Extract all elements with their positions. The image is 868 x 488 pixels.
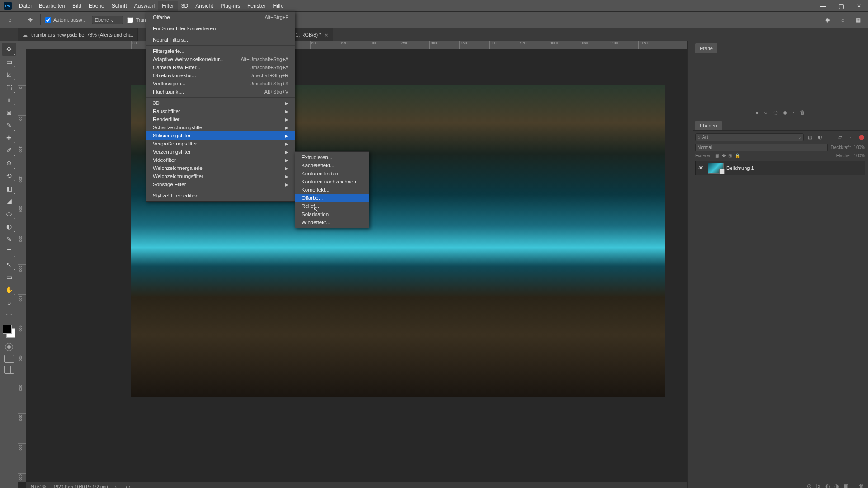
hand-tool[interactable]: ✋ bbox=[2, 283, 16, 296]
menu-schrift[interactable]: Schrift bbox=[108, 1, 131, 11]
menu-item-sonstige filter[interactable]: Sonstige Filter▶ bbox=[146, 180, 295, 188]
move-tool[interactable]: ✥ bbox=[2, 43, 16, 56]
menu-item-weichzeichnungsfilter[interactable]: Weichzeichnungsfilter▶ bbox=[146, 172, 295, 180]
document-info[interactable]: 1920 Px x 1080 Px (72 ppi) bbox=[53, 484, 108, 488]
path-selection-tool[interactable]: ↖ bbox=[2, 258, 16, 271]
vertical-ruler[interactable]: 050100150200250300350400450500550600650 bbox=[18, 49, 26, 482]
menu-item[interactable]: Objektivkorrektur...Umschalt+Strg+R bbox=[146, 71, 295, 80]
filter-smart-icon[interactable]: ▫ bbox=[846, 134, 854, 141]
layer-mask-icon[interactable]: ◐ bbox=[825, 483, 830, 488]
menu-item-filter-gallery[interactable]: Filtergalerie... bbox=[146, 47, 295, 55]
zoom-level[interactable]: 60,61% bbox=[31, 484, 46, 488]
menu-item-last-filter[interactable]: ÖlfarbeAlt+Strg+F bbox=[146, 13, 295, 21]
brush-tool[interactable]: ✐ bbox=[2, 144, 16, 157]
tab-layers[interactable]: Ebenen bbox=[695, 121, 722, 130]
filter-shape-icon[interactable]: ▱ bbox=[836, 134, 844, 141]
selection-tool[interactable]: ⬚ bbox=[2, 81, 16, 94]
menu-item-scharfzeichnungsfilter[interactable]: Scharfzeichnungsfilter▶ bbox=[146, 123, 295, 131]
home-icon[interactable]: ⌂ bbox=[5, 14, 15, 25]
menu-item[interactable]: Camera Raw-Filter...Umschalt+Strg+A bbox=[146, 63, 295, 71]
submenu-item[interactable]: Kacheleffekt... bbox=[295, 161, 369, 169]
canvas[interactable] bbox=[26, 49, 687, 482]
menu-item-videofilter[interactable]: Videofilter▶ bbox=[146, 156, 295, 164]
shape-tool[interactable]: ▭ bbox=[2, 271, 16, 283]
filter-adjust-icon[interactable]: ◐ bbox=[816, 134, 824, 141]
auto-select-input[interactable] bbox=[45, 17, 51, 23]
menu-auswahl[interactable]: Auswahl bbox=[131, 1, 158, 11]
foreground-color[interactable] bbox=[3, 325, 12, 334]
fill-value[interactable]: 100% bbox=[854, 153, 865, 158]
menu-3d[interactable]: 3D bbox=[178, 1, 192, 11]
zoom-tool[interactable]: ⌕ bbox=[2, 296, 16, 309]
new-path-icon[interactable]: ▫ bbox=[793, 109, 794, 116]
frame-tool[interactable]: ⊠ bbox=[2, 106, 16, 119]
menu-datei[interactable]: Datei bbox=[15, 1, 35, 11]
search-icon[interactable]: ⌕ bbox=[837, 14, 848, 25]
submenu-item[interactable]: Konturen finden bbox=[295, 169, 369, 178]
menu-item-stilisierungsfilter[interactable]: Stilisierungsfilter▶ bbox=[146, 131, 295, 140]
submenu-item[interactable]: Extrudieren... bbox=[295, 153, 369, 161]
lock-pixels-icon[interactable]: ▦ bbox=[715, 153, 719, 158]
horizontal-ruler[interactable]: 3003504004505005506006507007508008509009… bbox=[26, 41, 687, 49]
layer-group-icon[interactable]: ▣ bbox=[843, 483, 848, 488]
selection-path-icon[interactable]: ◌ bbox=[773, 109, 778, 116]
menu-item-verzerrungsfilter[interactable]: Verzerrungsfilter▶ bbox=[146, 148, 295, 156]
submenu-item[interactable]: Korneffekt... bbox=[295, 186, 369, 194]
color-swatches[interactable] bbox=[2, 324, 16, 338]
collapsed-panel-strip[interactable] bbox=[687, 41, 693, 488]
submenu-item[interactable]: Ölfarbe... bbox=[295, 194, 369, 202]
menu-item-neural[interactable]: Neural Filters... bbox=[146, 36, 295, 44]
lock-position-icon[interactable]: ✥ bbox=[722, 153, 726, 158]
quick-mask-toggle[interactable] bbox=[5, 343, 13, 351]
timeline-prev-icon[interactable]: ‹ bbox=[126, 484, 127, 488]
crop-tool[interactable]: ⌗ bbox=[2, 94, 16, 106]
filter-toggle[interactable]: ⬤ bbox=[858, 134, 865, 141]
pen-tool[interactable]: ✎ bbox=[2, 233, 16, 245]
stamp-tool[interactable]: ⊛ bbox=[2, 157, 16, 169]
blur-tool[interactable]: ⬭ bbox=[2, 207, 16, 220]
history-brush-tool[interactable]: ⟲ bbox=[2, 169, 16, 182]
marquee-tool[interactable]: ▭ bbox=[2, 56, 16, 68]
type-tool[interactable]: T bbox=[2, 245, 16, 258]
submenu-item[interactable]: Relief... bbox=[295, 202, 369, 210]
menu-item-weichzeichnergalerie[interactable]: Weichzeichnergalerie▶ bbox=[146, 164, 295, 172]
opacity-value[interactable]: 100% bbox=[854, 145, 865, 150]
menu-item-smart-convert[interactable]: Für Smartfilter konvertieren bbox=[146, 24, 295, 33]
lock-all-icon[interactable]: 🔒 bbox=[735, 153, 740, 158]
cloud-docs-icon[interactable]: ◉ bbox=[822, 14, 833, 25]
auto-select-checkbox[interactable]: Autom. ausw… bbox=[45, 17, 87, 23]
layer-filter-select[interactable]: ⌕ Art ⌄ bbox=[695, 133, 804, 141]
minimize-button[interactable]: — bbox=[814, 0, 832, 11]
stroke-path-icon[interactable]: ○ bbox=[764, 109, 767, 116]
tab-paths[interactable]: Pfade bbox=[695, 43, 717, 53]
menu-plug-ins[interactable]: Plug-ins bbox=[217, 1, 244, 11]
timeline-next-icon[interactable]: › bbox=[129, 484, 130, 488]
maximize-button[interactable]: ▢ bbox=[832, 0, 850, 11]
info-flyout-icon[interactable]: › bbox=[115, 484, 117, 488]
menu-fenster[interactable]: Fenster bbox=[244, 1, 269, 11]
menu-item[interactable]: Adaptive Weitwinkelkorrektur...Alt+Umsch… bbox=[146, 55, 295, 63]
submenu-item[interactable]: Solarisation bbox=[295, 210, 369, 218]
move-tool-icon[interactable]: ✥ bbox=[25, 14, 36, 25]
transform-checkbox[interactable]: Tran bbox=[127, 17, 146, 23]
new-layer-icon[interactable]: ▫ bbox=[853, 483, 854, 488]
adjustment-layer-icon[interactable]: ◑ bbox=[834, 483, 839, 488]
delete-layer-icon[interactable]: 🗑 bbox=[859, 483, 864, 488]
healing-tool[interactable]: ✚ bbox=[2, 131, 16, 144]
menu-filter[interactable]: Filter bbox=[158, 1, 178, 11]
mask-path-icon[interactable]: ◆ bbox=[783, 109, 787, 116]
screen-mode-button[interactable] bbox=[4, 355, 14, 363]
layer-thumbnail[interactable] bbox=[708, 163, 724, 174]
link-layers-icon[interactable]: ⊘ bbox=[807, 483, 811, 488]
menu-item[interactable]: Verflüssigen...Umschalt+Strg+X bbox=[146, 80, 295, 88]
layer-row[interactable]: 👁 Belichtung 1 bbox=[695, 161, 865, 175]
workspace-icon[interactable]: ▦ bbox=[853, 14, 863, 25]
filter-image-icon[interactable]: ▧ bbox=[807, 134, 814, 141]
menu-ansicht[interactable]: Ansicht bbox=[192, 1, 217, 11]
screen-mode-alt-button[interactable] bbox=[4, 366, 14, 374]
layer-visibility-icon[interactable]: 👁 bbox=[698, 164, 705, 172]
lock-artboard-icon[interactable]: ⊞ bbox=[728, 153, 732, 158]
close-button[interactable]: ✕ bbox=[850, 0, 868, 11]
eraser-tool[interactable]: ◧ bbox=[2, 182, 16, 195]
gradient-tool[interactable]: ◢ bbox=[2, 195, 16, 207]
